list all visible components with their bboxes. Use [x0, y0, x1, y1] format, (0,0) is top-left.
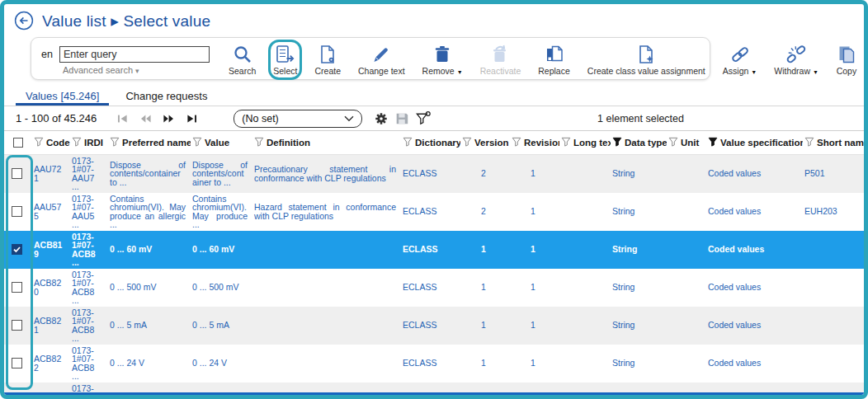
cell-unit [667, 345, 706, 383]
cell-long-text [559, 383, 611, 399]
toolbar: en Advanced search▾ SearchSelectCreateCh… [31, 37, 710, 80]
cell-dictionary: ECLASS [401, 307, 460, 345]
cell-long-text [559, 269, 611, 307]
withdraw-button[interactable]: Withdraw▼ [771, 42, 821, 77]
cell-irdi: 0173-1#07-AAU7 ... [70, 154, 108, 193]
previous-page-button[interactable] [136, 111, 154, 126]
row-checkbox[interactable] [12, 320, 22, 331]
dropdown-caret-icon: ▼ [457, 69, 463, 75]
cell-code: ACB819 [32, 231, 70, 269]
cell-preferred-name: 0 ... 5 mA [108, 307, 191, 345]
column-header-long-text[interactable]: Long text [559, 131, 611, 154]
cell-version: 1 [460, 307, 510, 345]
table-row[interactable]: ACB8230173-1#07-ACB8 ...0 ... 30 V0 ... … [4, 383, 864, 399]
change-text-button[interactable]: Change text [356, 42, 408, 77]
select-button[interactable]: Select [271, 42, 300, 77]
cell-code: ACB820 [32, 269, 70, 307]
table-row[interactable]: ACB8190173-1#07-ACB8 ...0 ... 60 mV0 ...… [4, 231, 864, 269]
create-button[interactable]: Create [312, 42, 343, 77]
cell-definition [252, 231, 401, 269]
cell-definition [252, 383, 401, 399]
cell-short-name [803, 307, 864, 345]
cell-unit [667, 307, 706, 345]
row-checkbox[interactable] [12, 168, 22, 179]
column-header-irdi[interactable]: IRDI [70, 131, 108, 154]
column-header-data-type[interactable]: Data type [611, 131, 667, 154]
column-label: Version [474, 138, 509, 148]
cell-version: 1 [460, 231, 510, 269]
cell-short-name [803, 345, 864, 383]
save-view-icon[interactable] [394, 111, 409, 126]
search-button[interactable]: Search [226, 42, 258, 77]
tab-values[interactable]: Values [45.246] [16, 87, 109, 106]
cell-preferred-name: Dispose of contents/container to ... [108, 154, 191, 193]
cell-irdi: 0173-1#07-AAU5 ... [70, 193, 108, 231]
cell-short-name: P501 [803, 154, 864, 193]
row-checkbox-cell [4, 154, 32, 193]
cell-revision: 1 [510, 154, 559, 193]
cell-revision: 1 [510, 383, 559, 399]
back-button[interactable] [14, 11, 34, 31]
first-page-button[interactable] [113, 111, 131, 126]
row-checkbox[interactable] [12, 358, 22, 368]
row-checkbox-cell [4, 193, 32, 231]
table-row[interactable]: ACB8220173-1#07-ACB8 ...0 ... 24 V0 ... … [4, 345, 864, 383]
cell-preferred-name: 0 ... 30 V [108, 383, 191, 399]
cell-preferred-name: 0 ... 500 mV [108, 269, 191, 307]
funnel-outline-icon [804, 137, 814, 147]
column-header-version[interactable]: Version [460, 131, 510, 154]
assign-button[interactable]: Assign▼ [720, 42, 759, 77]
cell-dictionary: ECLASS [401, 231, 460, 269]
filter-manager-icon[interactable] [415, 110, 432, 126]
last-page-button[interactable] [182, 111, 200, 126]
replace-button[interactable]: Replace [535, 42, 573, 77]
table-row[interactable]: AAU7210173-1#07-AAU7 ...Dispose of conte… [4, 154, 864, 193]
column-header-definition[interactable]: Definition [252, 131, 401, 154]
settings-gear-icon[interactable] [374, 111, 389, 126]
cell-code: ACB822 [32, 345, 70, 383]
select-all-checkbox[interactable] [13, 138, 23, 148]
table-row[interactable]: ACB8210173-1#07-ACB8 ...0 ... 5 mA0 ... … [4, 307, 864, 345]
select-all-checkbox-cell[interactable] [4, 131, 32, 154]
column-header-value-specification[interactable]: Value specification [706, 131, 803, 154]
column-label: Long text [573, 138, 611, 148]
remove-button[interactable]: Remove▼ [420, 42, 465, 77]
table-row[interactable]: AAU5750173-1#07-AAU5 ...Contains chromiu… [4, 193, 864, 231]
copy-button[interactable]: Copy [833, 42, 860, 77]
column-label: Value [205, 138, 229, 148]
cell-value: Dispose of contents/container to ... [191, 154, 252, 193]
cell-value: Contains chromium(VI). May produce ... [191, 193, 252, 231]
funnel-outline-icon [512, 137, 521, 147]
column-header-revision[interactable]: Revision [510, 131, 559, 154]
funnel-filled-icon [612, 137, 622, 147]
cell-version: 1 [460, 345, 510, 383]
tab-change-requests[interactable]: Change requests [116, 87, 217, 106]
column-header-preferred-name[interactable]: Preferred name [108, 131, 191, 154]
cell-irdi: 0173-1#07-ACB8 ... [70, 269, 108, 307]
cell-value: 0 ... 30 V [191, 383, 252, 399]
row-checkbox[interactable] [12, 396, 22, 399]
create-class-value-assignment-button[interactable]: Create class value assignment [585, 42, 708, 77]
reactivate-button[interactable]: Reactivate [478, 42, 524, 77]
column-header-short-name[interactable]: Short name [803, 131, 864, 154]
funnel-outline-icon [34, 137, 44, 147]
row-checkbox[interactable] [12, 244, 22, 255]
column-header-value[interactable]: Value [191, 131, 252, 154]
column-header-code[interactable]: Code [32, 131, 70, 154]
search-input[interactable] [59, 46, 210, 63]
table-row[interactable]: ACB8200173-1#07-ACB8 ...0 ... 500 mV0 ..… [4, 269, 864, 307]
search-icon [232, 44, 253, 65]
button-label: Change text [358, 66, 405, 76]
column-header-dictionary[interactable]: Dictionary [401, 131, 460, 154]
set-selector[interactable]: (No set) [234, 110, 362, 128]
cell-short-name: EUH203 [803, 193, 864, 231]
row-checkbox[interactable] [12, 282, 22, 293]
column-header-unit[interactable]: Unit [667, 131, 706, 154]
advanced-search-link[interactable]: Advanced search▾ [63, 65, 221, 75]
row-checkbox[interactable] [12, 206, 22, 217]
horizontal-scrollbar[interactable] [4, 392, 864, 395]
button-label: Copy [837, 66, 857, 76]
funnel-outline-icon [254, 137, 264, 147]
page-title: Value list ▸ Select value [42, 12, 210, 31]
next-page-button[interactable] [159, 111, 177, 126]
